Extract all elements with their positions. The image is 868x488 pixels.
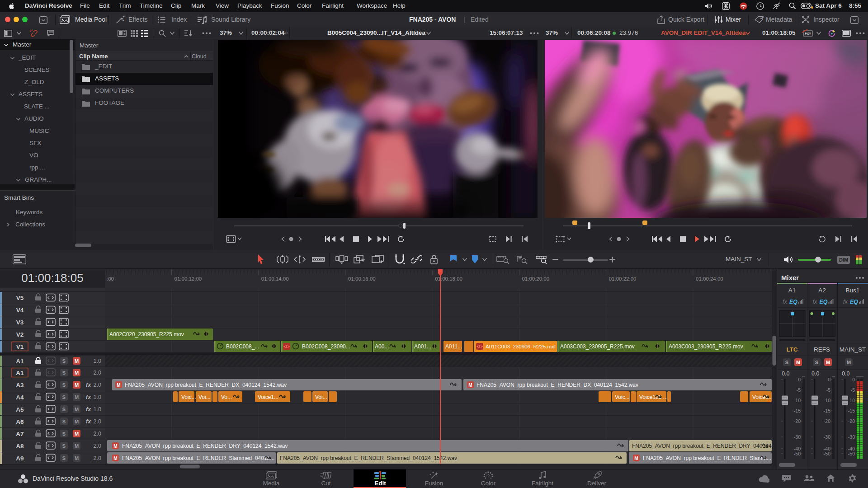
- svg-text:-50: -50: [794, 451, 801, 456]
- svg-text:M: M: [75, 407, 79, 412]
- svg-text:-15: -15: [824, 408, 830, 413]
- svg-text:1.0: 1.0: [94, 406, 101, 413]
- svg-text:M: M: [796, 360, 800, 365]
- svg-text:A1: A1: [16, 370, 24, 376]
- svg-text:-20: -20: [848, 418, 855, 424]
- svg-text:M: M: [634, 456, 638, 461]
- svg-text::00: :00: [107, 276, 114, 282]
- svg-text:M: M: [75, 370, 79, 375]
- svg-text:M: M: [847, 360, 851, 365]
- svg-text:M: M: [75, 455, 79, 461]
- svg-text:M: M: [75, 443, 79, 449]
- svg-text:01:00:14:00: 01:00:14:00: [261, 276, 289, 282]
- svg-text:REFS: REFS: [814, 346, 830, 353]
- svg-text:A011...: A011...: [445, 343, 462, 350]
- svg-text:V2: V2: [16, 331, 24, 338]
- svg-text:A5: A5: [16, 406, 24, 413]
- svg-text:-5: -5: [797, 387, 801, 393]
- svg-text:01:00:20:00: 01:00:20:00: [522, 276, 549, 282]
- svg-text:01:00:22:00: 01:00:22:00: [609, 276, 637, 282]
- svg-text:FNA205_AVON_rpp breakout_E_REN: FNA205_AVON_rpp breakout_E_RENDER_Slamme…: [280, 455, 457, 461]
- svg-text:fx: fx: [843, 299, 848, 305]
- svg-text:Voi...: Voi...: [315, 394, 327, 400]
- svg-text:<!>: <!>: [476, 344, 483, 349]
- svg-text:V5: V5: [16, 295, 24, 301]
- svg-text:FNA205_AVON_rpp breakout_E_REN: FNA205_AVON_rpp breakout_E_RENDER_Slamm.…: [643, 455, 771, 461]
- svg-text:01:00:24:00: 01:00:24:00: [696, 276, 723, 282]
- svg-text:01:00:16:00: 01:00:16:00: [348, 276, 376, 282]
- svg-text:Voice1...: Voice1...: [258, 394, 278, 400]
- svg-text:EQ: EQ: [850, 299, 858, 305]
- svg-text:0: 0: [852, 377, 855, 382]
- svg-text:A003C003_230905_R225.mov: A003C003_230905_R225.mov: [560, 343, 635, 350]
- svg-text:M: M: [826, 360, 830, 365]
- svg-text:V1: V1: [16, 343, 24, 350]
- svg-text:LTC: LTC: [786, 346, 797, 353]
- svg-text:-15: -15: [848, 408, 855, 413]
- svg-text:A3: A3: [16, 382, 24, 389]
- svg-text:fx: fx: [86, 382, 91, 388]
- svg-text:FNA205_AVON_rpp breakout_E_REN: FNA205_AVON_rpp breakout_E_RENDER_DRY_04…: [122, 443, 288, 449]
- svg-text:Voic...: Voic...: [615, 394, 630, 400]
- svg-text:-5: -5: [826, 387, 830, 393]
- svg-text:S: S: [62, 382, 66, 388]
- svg-text:0: 0: [798, 377, 801, 382]
- svg-text:fx: fx: [783, 299, 787, 305]
- svg-text:Mixer: Mixer: [781, 274, 799, 282]
- svg-text:Vo...: Vo...: [221, 394, 232, 400]
- svg-text:A2: A2: [818, 287, 826, 294]
- svg-text:S: S: [62, 455, 66, 461]
- svg-text:2.0: 2.0: [94, 455, 101, 461]
- svg-text:0.0: 0.0: [811, 371, 819, 377]
- svg-text:0.0: 0.0: [842, 371, 849, 377]
- svg-text:FNA205_AVON_rpp breakout_E_REN: FNA205_AVON_rpp breakout_E_RENDER_DX_040…: [476, 382, 638, 388]
- svg-text:S: S: [785, 360, 788, 365]
- svg-text:01:00:18:05: 01:00:18:05: [21, 271, 83, 285]
- svg-text:fx: fx: [86, 406, 91, 413]
- svg-text:M: M: [75, 382, 79, 388]
- svg-text:MAIN_ST: MAIN_ST: [840, 346, 866, 353]
- svg-text:2.0: 2.0: [94, 418, 101, 425]
- svg-text:0.0: 0.0: [782, 371, 789, 377]
- svg-text:fx: fx: [86, 418, 91, 425]
- svg-text:A9: A9: [16, 455, 24, 462]
- svg-text:S: S: [62, 407, 66, 412]
- svg-text:A4: A4: [16, 394, 24, 401]
- svg-text:M: M: [75, 394, 79, 400]
- svg-text:V4: V4: [16, 307, 24, 314]
- svg-text:Voice123 ...: Voice123 ...: [639, 394, 668, 400]
- svg-text:-50: -50: [848, 451, 855, 456]
- svg-text:2.0: 2.0: [94, 382, 101, 388]
- svg-text:0: 0: [828, 377, 830, 382]
- svg-text:M: M: [113, 456, 117, 461]
- svg-text:2.0: 2.0: [94, 431, 101, 437]
- svg-text:2.0: 2.0: [94, 370, 101, 376]
- svg-text:S: S: [62, 370, 66, 375]
- svg-text:B002C008_23090...: B002C008_23090...: [302, 343, 350, 350]
- svg-text:A1: A1: [16, 358, 24, 365]
- svg-text:FNA205_AVON_rpp breakout_E_REN: FNA205_AVON_rpp breakout_E_RENDER_DRY_04…: [632, 443, 776, 449]
- svg-text:-50: -50: [824, 451, 830, 456]
- svg-text:A002C020_230905_R225.mov: A002C020_230905_R225.mov: [109, 331, 184, 338]
- svg-text:S: S: [62, 419, 66, 424]
- svg-text:S: S: [62, 443, 66, 449]
- svg-text:-30: -30: [824, 434, 830, 440]
- svg-text:-10: -10: [794, 398, 801, 403]
- svg-text:-20: -20: [794, 418, 801, 424]
- svg-text:fx: fx: [813, 299, 817, 305]
- svg-text:A7: A7: [16, 431, 24, 437]
- svg-text:-30: -30: [794, 434, 801, 440]
- svg-text:M: M: [75, 419, 79, 424]
- svg-text:01:00:12:00: 01:00:12:00: [175, 276, 202, 282]
- svg-text:S: S: [62, 394, 66, 400]
- svg-text:01:00:18:00: 01:00:18:00: [435, 276, 462, 282]
- svg-text:V3: V3: [16, 319, 24, 326]
- svg-text:EQ: EQ: [820, 299, 828, 305]
- svg-text:A011C003_230906_R225.mxf: A011C003_230906_R225.mxf: [486, 343, 556, 349]
- svg-text:A8: A8: [16, 443, 24, 450]
- svg-text:A001...: A001...: [414, 343, 431, 350]
- svg-text:<!>: <!>: [283, 344, 290, 349]
- svg-text:-10: -10: [848, 398, 855, 403]
- svg-text:Bus1: Bus1: [846, 287, 860, 294]
- svg-text:M: M: [468, 383, 472, 388]
